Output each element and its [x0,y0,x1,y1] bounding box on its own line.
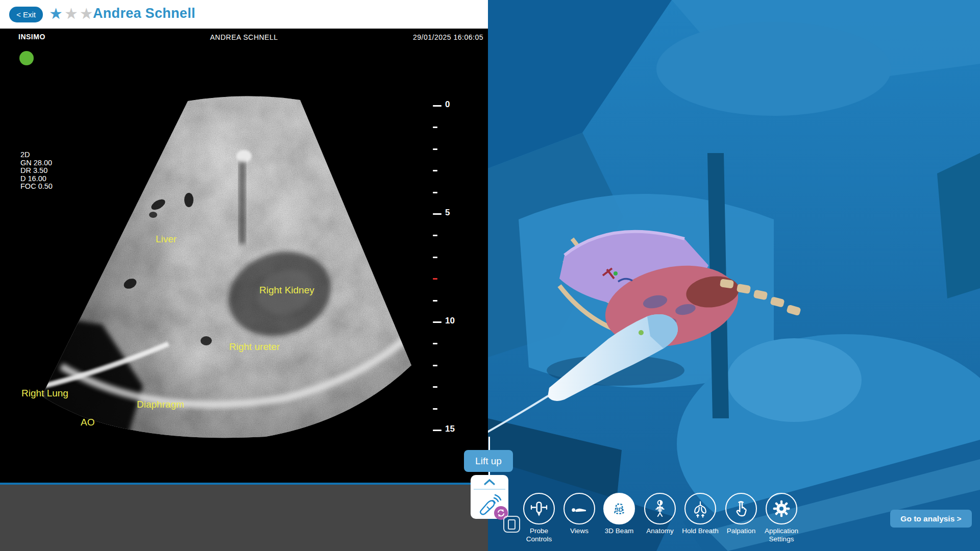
star-icon: ★ [49,5,64,22]
palpation-icon [725,493,757,524]
anatomy-label: Diaphragm [137,399,184,410]
tool-hold-breath[interactable]: Hold Breath [677,493,723,535]
tool-3d-beam[interactable]: 3D 3D Beam [596,493,642,535]
anatomy-icon [644,493,676,524]
star-icon: ★ [64,5,80,22]
go-to-analysis-button[interactable]: Go to analysis > [890,510,972,528]
star-rating: ★★★ [49,5,95,22]
hold-breath-icon [684,493,716,524]
ultrasound-panel: < Exit ★★★ Andrea Schnell [0,0,488,551]
anatomy-label: Right Kidney [259,285,314,296]
3d-beam-icon: 3D [603,493,635,524]
imaging-parameters: 2D GN 28.00 DR 3.50 D 16.00 FOC 0.50 [20,151,53,191]
ultrasound-toolbar: Labelling Contouring [0,485,488,551]
tool-probe-controls[interactable]: Probe Controls [516,493,562,543]
page-title: Andrea Schnell [93,6,195,21]
anatomy-label: Right Lung [21,388,68,399]
ultrasound-viewport: INSIMO ANDREA SCHNELL 29/01/2025 16:06:0… [0,29,488,483]
anatomy-label: Right ureter [229,341,280,353]
lift-up-button[interactable]: Lift up [464,450,513,472]
card-divider [474,489,505,490]
views-icon [564,493,595,524]
chevron-up-icon [471,475,508,488]
tool-application-settings[interactable]: Application Settings [758,493,804,543]
probe-footprint-icon [508,519,516,530]
scene-3d-viewport[interactable]: Explore your patient, applying everythin… [488,0,980,551]
tool-anatomy[interactable]: Anatomy [637,493,683,535]
exam-timestamp: 29/01/2025 16:06:05 [413,33,483,41]
anatomy-label: AO [81,417,94,428]
exit-button[interactable]: < Exit [9,7,43,22]
gear-icon [766,493,797,524]
top-bar: < Exit ★★★ Andrea Schnell [0,0,488,29]
patient-3d-scene [488,0,980,551]
probe-controls-icon [523,493,555,524]
tool-views[interactable]: Views [556,493,602,535]
svg-text:3D: 3D [616,507,623,513]
anatomy-label: Liver [156,234,177,245]
refresh-icon [497,509,505,517]
ultrasound-image [0,29,488,483]
live-indicator-dot [19,51,34,65]
tool-palpation[interactable]: Palpation [718,493,764,535]
